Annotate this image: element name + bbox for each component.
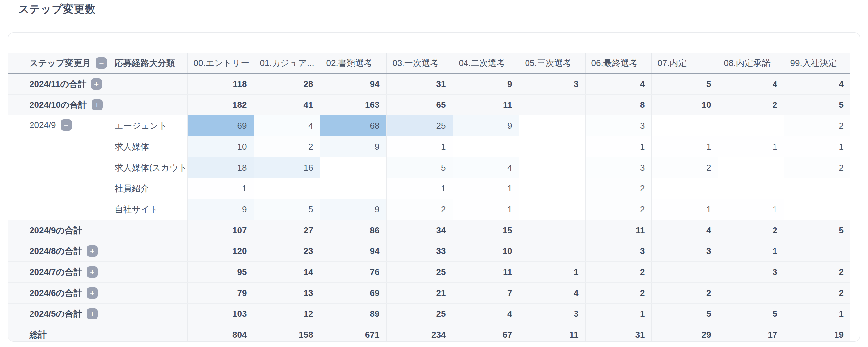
value-cell: [519, 199, 585, 220]
column-header-step-03: 03.一次選考: [386, 53, 453, 73]
expand-button[interactable]: +: [92, 99, 103, 111]
value-cell: [519, 157, 585, 178]
value-cell: 28: [254, 73, 320, 94]
column-header-step-04: 04.二次選考: [453, 53, 519, 73]
value-cell: 2: [784, 262, 850, 283]
channel-label: エージェント: [108, 115, 187, 136]
value-cell: 9: [453, 115, 519, 136]
value-cell: [651, 115, 718, 136]
value-cell: 3: [585, 115, 651, 136]
value-cell: 4: [254, 115, 320, 136]
collapse-all-button[interactable]: −: [96, 57, 107, 69]
value-cell: 671: [320, 324, 386, 342]
month-total-row: 2024/7の合計+95147625111232: [8, 262, 850, 283]
month-group-row: 2024/9−エージェント6946825932: [8, 115, 850, 136]
value-cell: 3: [519, 73, 585, 94]
value-cell: [784, 241, 850, 262]
value-cell: 1: [453, 199, 519, 220]
value-cell: 34: [386, 220, 453, 241]
value-cell: 1: [718, 136, 784, 157]
value-cell: 2: [784, 115, 850, 136]
value-cell: 69: [187, 115, 254, 136]
expand-button[interactable]: +: [87, 245, 98, 257]
column-header-step-07: 07.内定: [651, 53, 718, 73]
value-cell: [718, 115, 784, 136]
column-header-step-01: 01.カジュア...: [254, 53, 320, 73]
value-cell: 68: [320, 115, 386, 136]
channel-row: 求人媒体102911111: [8, 136, 850, 157]
column-header-step-08: 08.内定承諾: [718, 53, 784, 73]
column-header-channel-category: 応募経路大分類: [108, 53, 187, 73]
value-cell: [718, 157, 784, 178]
pivot-table: ステップ変更月− 応募経路大分類 00.エントリー 01.カジュア... 02.…: [8, 53, 850, 342]
channel-label: 自社サイト: [108, 199, 187, 220]
value-cell: 107: [187, 220, 254, 241]
value-cell: 11: [453, 262, 519, 283]
collapse-button[interactable]: −: [61, 119, 72, 131]
month-label: 2024/5の合計+: [8, 303, 187, 324]
value-cell: 103: [187, 303, 254, 324]
value-cell: [718, 178, 784, 199]
value-cell: 27: [254, 220, 320, 241]
value-cell: 5: [784, 220, 850, 241]
column-header-step-00: 00.エントリー: [187, 53, 254, 73]
value-cell: 3: [651, 241, 718, 262]
expand-button[interactable]: +: [87, 287, 98, 298]
value-cell: 17: [718, 324, 784, 342]
value-cell: 5: [386, 157, 453, 178]
expand-button[interactable]: +: [91, 78, 102, 90]
month-total-row: 2024/11の合計+118289431934544: [8, 73, 850, 94]
value-cell: 10: [453, 241, 519, 262]
value-cell: 4: [453, 303, 519, 324]
value-cell: 3: [585, 241, 651, 262]
value-cell: [651, 262, 718, 283]
value-cell: 4: [784, 73, 850, 94]
value-cell: 1: [585, 136, 651, 157]
value-cell: [519, 220, 585, 241]
column-header-step-change-month: ステップ変更月−: [8, 53, 108, 73]
value-cell: 4: [651, 220, 718, 241]
value-cell: 25: [386, 262, 453, 283]
value-cell: 163: [320, 94, 386, 115]
value-cell: 2: [718, 94, 784, 115]
month-total-row: 2024/6の合計+7913692174222: [8, 283, 850, 303]
value-cell: 5: [651, 73, 718, 94]
month-label: 2024/11の合計+: [8, 73, 187, 94]
value-cell: [519, 136, 585, 157]
value-cell: 31: [386, 73, 453, 94]
value-cell: 804: [187, 324, 254, 342]
value-cell: 13: [254, 283, 320, 303]
value-cell: 2: [585, 178, 651, 199]
value-cell: 79: [187, 283, 254, 303]
value-cell: 8: [585, 94, 651, 115]
value-cell: 25: [386, 303, 453, 324]
month-label: 総計: [8, 324, 187, 342]
value-cell: 4: [718, 73, 784, 94]
value-cell: [519, 94, 585, 115]
value-cell: 25: [386, 115, 453, 136]
value-cell: [519, 241, 585, 262]
value-cell: [519, 115, 585, 136]
value-cell: 1: [718, 241, 784, 262]
grand-total-row: 総計804158671234671131291719: [8, 324, 850, 342]
month-label: 2024/9の合計: [8, 220, 187, 241]
value-cell: 33: [386, 241, 453, 262]
value-cell: 9: [453, 73, 519, 94]
expand-button[interactable]: +: [87, 266, 98, 278]
value-cell: 182: [187, 94, 254, 115]
value-cell: 1: [386, 136, 453, 157]
value-cell: 9: [320, 199, 386, 220]
value-cell: 23: [254, 241, 320, 262]
value-cell: 4: [585, 73, 651, 94]
value-cell: 9: [320, 136, 386, 157]
value-cell: 11: [453, 94, 519, 115]
value-cell: [718, 283, 784, 303]
value-cell: [254, 178, 320, 199]
month-label: 2024/6の合計+: [8, 283, 187, 303]
month-label: 2024/10の合計+: [8, 94, 187, 115]
column-header-step-02: 02.書類選考: [320, 53, 386, 73]
value-cell: 4: [453, 157, 519, 178]
month-total-row: 2024/10の合計+18241163651181025: [8, 94, 850, 115]
expand-button[interactable]: +: [87, 308, 98, 319]
value-cell: 21: [386, 283, 453, 303]
